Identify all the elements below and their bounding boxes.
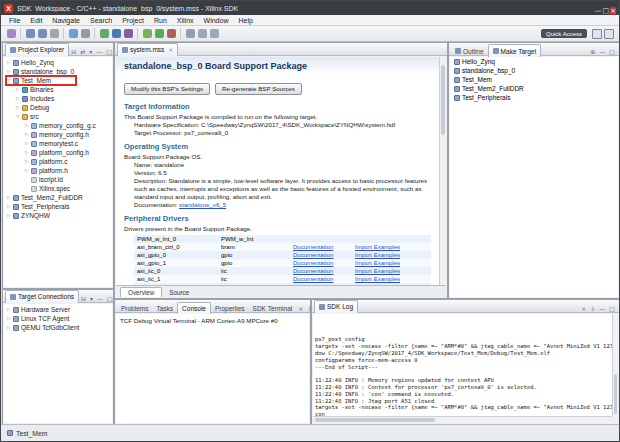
import-examples-link[interactable]: Import Examples [355, 275, 425, 283]
import-examples-link[interactable]: Import Examples [355, 251, 425, 259]
sdk-log-vertical-scrollbar[interactable] [612, 314, 618, 416]
maximize-button[interactable]: □ [603, 7, 610, 15]
tree-item[interactable]: ▷ Test_Peripherals [4, 202, 112, 211]
separator[interactable] [137, 28, 138, 39]
editor-tab-system-mss[interactable]: system.mss × [117, 43, 178, 56]
back-icon[interactable] [198, 29, 207, 38]
panel-tab[interactable]: Console [177, 302, 211, 315]
tab-sdk-log[interactable]: SDK Log [314, 300, 358, 313]
make-target-item[interactable]: standalone_bsp_0 [450, 66, 618, 75]
tree-item[interactable]: ▷ Hello_Zynq [4, 58, 112, 67]
menu-item[interactable]: Window [199, 15, 234, 26]
menu-item[interactable]: Navigate [47, 15, 85, 26]
menu-item[interactable]: Run [149, 15, 172, 26]
xsct-console-icon[interactable] [124, 29, 133, 38]
collapse-all-icon[interactable]: ⊟ [79, 295, 88, 302]
documentation-link[interactable]: standalone_v6_5 [179, 201, 226, 208]
import-examples-link[interactable]: Import Examples [355, 259, 425, 267]
sdk-log-horizontal-scrollbar[interactable] [313, 416, 612, 423]
documentation-link[interactable]: Documentation [293, 251, 355, 259]
maximize-icon[interactable]: □ [104, 48, 114, 55]
close-tab-icon[interactable]: × [168, 43, 173, 56]
documentation-link[interactable]: Documentation [293, 275, 355, 283]
debug-icon[interactable] [143, 29, 152, 38]
menu-item[interactable]: Search [85, 15, 117, 26]
scrollbar-thumb[interactable] [441, 65, 445, 135]
tree-item[interactable]: ▷ ZYNQHW [4, 211, 112, 220]
tree-item[interactable]: ▷ Hardware Server [4, 305, 112, 314]
maximize-icon[interactable]: □ [607, 48, 617, 55]
close-button[interactable]: × [610, 7, 616, 15]
tab-project-explorer[interactable]: Project Explorer [5, 43, 69, 56]
panel-tab[interactable]: Outline [451, 45, 488, 58]
print-icon[interactable] [50, 29, 59, 38]
search-icon[interactable] [186, 29, 195, 38]
scrollbar-thumb[interactable] [315, 418, 435, 422]
tree-item[interactable]: ▽ src [4, 112, 112, 121]
quick-access-button[interactable]: Quick Access [541, 29, 587, 38]
scroll-lock-icon[interactable]: ⇩ [588, 305, 597, 312]
tree-item[interactable]: ▷ Debug [4, 103, 112, 112]
save-icon[interactable] [26, 29, 35, 38]
link-editor-icon[interactable]: ⇄ [78, 48, 87, 55]
tree-item[interactable]: ▷ Includes [4, 94, 112, 103]
tree-item[interactable]: Xilinx.spec [4, 184, 112, 193]
minimize-icon[interactable]: — [597, 48, 607, 55]
editor-scrollbar[interactable] [439, 57, 446, 285]
separator[interactable] [180, 28, 181, 39]
separator[interactable] [94, 28, 95, 39]
menu-item[interactable]: Project [117, 15, 149, 26]
documentation-link[interactable]: Documentation [293, 259, 355, 267]
new-make-target-icon[interactable]: ⊕ [588, 48, 597, 55]
make-target-item[interactable]: Test_Peripherals [450, 93, 618, 102]
tree-item[interactable]: ▷ platform.c [4, 157, 112, 166]
build-all-icon[interactable] [81, 29, 90, 38]
minimize-icon[interactable]: — [597, 305, 607, 312]
new-c-project-icon[interactable] [69, 29, 78, 38]
run-icon[interactable] [155, 29, 164, 38]
save-all-icon[interactable] [38, 29, 47, 38]
menu-item[interactable]: Edit [25, 15, 47, 26]
open-perspective-icon[interactable] [592, 29, 602, 39]
tree-item[interactable]: ▷ Test_Mem2_FullDDR [4, 193, 112, 202]
sdk-terminal-icon[interactable] [112, 29, 121, 38]
scrollbar-thumb[interactable] [614, 374, 617, 414]
minimize-icon[interactable]: — [94, 48, 104, 55]
cpp-perspective-icon[interactable] [604, 29, 614, 39]
separator[interactable] [20, 28, 21, 39]
menu-item[interactable]: Help [233, 15, 257, 26]
clear-log-icon[interactable]: × [579, 305, 588, 312]
external-tools-icon[interactable] [167, 29, 176, 38]
bsp-action-button[interactable]: Modify this BSP's Settings [124, 83, 210, 95]
editor-page-tab[interactable]: Overview [120, 287, 162, 297]
bsp-action-button[interactable]: Re-generate BSP Sources [215, 83, 302, 95]
tree-item[interactable]: ▷ Binaries [4, 85, 112, 94]
documentation-link[interactable]: Documentation [293, 267, 355, 275]
new-wizard-icon[interactable] [7, 29, 16, 38]
editor-page-tab[interactable]: Source [162, 288, 196, 297]
tab-target-connections[interactable]: Target Connections [5, 290, 79, 303]
import-examples-link[interactable]: Import Examples [355, 243, 425, 251]
panel-tab[interactable]: Make Target [488, 44, 542, 57]
tree-item[interactable]: ▷ Linux TCF Agent [4, 314, 112, 323]
minimize-icon[interactable]: — [95, 295, 105, 302]
menu-item[interactable]: Xilinx [172, 15, 199, 26]
tree-item[interactable]: ▷ platform_config.h [4, 148, 112, 157]
make-target-item[interactable]: Test_Mem2_FullDDR [450, 84, 618, 93]
tree-item[interactable]: lscript.ld [4, 175, 112, 184]
minimize-button[interactable]: — [595, 7, 602, 15]
import-examples-link[interactable]: Import Examples [355, 267, 425, 275]
clear-console-icon[interactable]: × [296, 305, 305, 312]
tree-item[interactable]: ▷ QEMU TcfGdbClient [4, 323, 112, 332]
view-menu-icon[interactable]: ▾ [88, 295, 95, 302]
tree-item[interactable]: ▷ memory_config_g.c [4, 121, 112, 130]
program-fpga-icon[interactable] [100, 29, 109, 38]
forward-icon[interactable] [210, 29, 219, 38]
collapse-all-icon[interactable]: ⊟ [69, 48, 78, 55]
make-target-item[interactable]: Test_Mem [450, 75, 618, 84]
separator[interactable] [63, 28, 64, 39]
tree-item[interactable]: ▷ platform.h [4, 166, 112, 175]
tree-item[interactable]: ▷ memorytest.c [4, 139, 112, 148]
maximize-icon[interactable]: □ [607, 305, 617, 312]
menu-item[interactable]: File [4, 15, 25, 26]
